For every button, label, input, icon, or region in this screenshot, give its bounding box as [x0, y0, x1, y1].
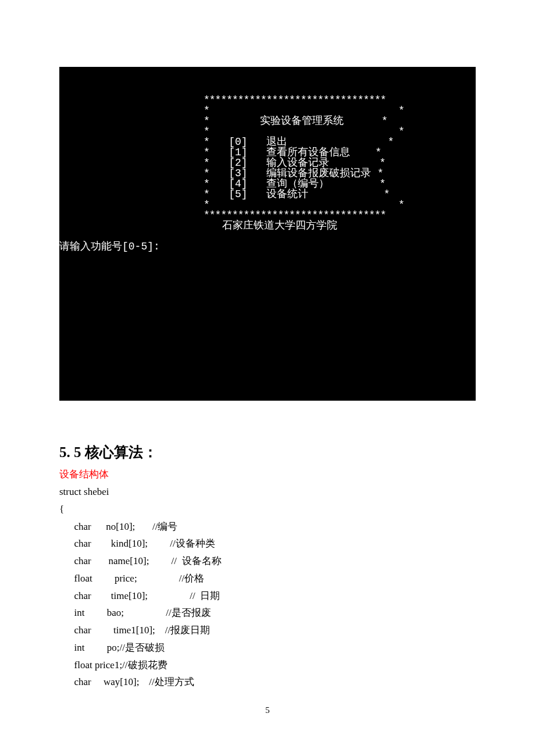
code-line-7: int bao; //是否报废: [59, 607, 211, 618]
menu-key-0: [0]: [229, 136, 247, 148]
row-title-right: *: [381, 115, 388, 127]
row4-right: *: [379, 178, 386, 190]
menu-label-1: 查看所有设备信息: [266, 147, 350, 158]
code-line-11: char way[10]; //处理方式: [59, 676, 194, 687]
menu-label-5: 设备统计: [266, 188, 308, 200]
code-block: struct shebei { char no[10]; //编号 char k…: [59, 483, 476, 691]
border-top: ********************************: [204, 94, 386, 106]
row1-left: *: [204, 147, 210, 158]
row0-left: *: [204, 136, 210, 148]
terminal-prompt: 请输入功能号[0-5]:: [59, 241, 160, 252]
row2-left: *: [204, 157, 210, 169]
row5-left: *: [204, 188, 210, 200]
row0-right: *: [388, 136, 394, 148]
menu-label-4: 查询（编号）: [266, 178, 329, 190]
code-line-2: char no[10]; //编号: [59, 521, 178, 532]
row-blank-left: *: [204, 105, 210, 116]
border-bottom: ********************************: [204, 209, 386, 221]
menu-key-2: [2]: [229, 157, 247, 169]
row2-right: *: [379, 157, 386, 169]
row1-right: *: [375, 147, 381, 158]
code-line-5: float price; //价格: [59, 573, 204, 584]
row3-right: *: [377, 167, 384, 179]
code-line-3: char kind[10]; //设备种类: [59, 538, 215, 549]
document-page: ******************************** * * * 实…: [0, 0, 535, 691]
code-line-10: float price1;//破损花费: [59, 659, 167, 671]
menu-key-4: [4]: [229, 178, 247, 190]
menu-label-3: 编辑设备报废破损记录: [266, 167, 371, 179]
code-line-0: struct shebei: [59, 486, 109, 497]
menu-key-3: [3]: [229, 167, 247, 179]
row4-left: *: [204, 178, 210, 190]
row-title-left: *: [204, 115, 210, 127]
row-blank3-right: *: [398, 199, 405, 211]
menu-title: 实验设备管理系统: [260, 115, 344, 127]
row-blank2-left: *: [204, 126, 210, 137]
menu-key-5: [5]: [229, 188, 247, 200]
code-line-4: char name[10]; // 设备名称: [59, 555, 222, 566]
row-blank-right: *: [398, 105, 405, 116]
terminal-screenshot: ******************************** * * * 实…: [59, 67, 476, 401]
row-blank2-right: *: [398, 126, 405, 137]
row-blank3-left: *: [204, 199, 210, 211]
code-line-8: char time1[10]; //报废日期: [59, 625, 210, 636]
row5-right: *: [384, 188, 390, 200]
section-heading: 5. 5 核心算法：: [59, 443, 476, 462]
menu-key-1: [1]: [229, 147, 247, 158]
terminal-footer: 石家庄铁道大学四方学院: [222, 220, 337, 231]
section-subhead: 设备结构体: [59, 468, 476, 481]
menu-label-0: 退出: [266, 136, 287, 148]
page-number: 5: [0, 705, 535, 715]
code-line-9: int po;//是否破损: [59, 642, 165, 653]
code-line-1: {: [59, 504, 64, 515]
menu-label-2: 输入设备记录: [266, 157, 329, 169]
code-line-6: char time[10]; // 日期: [59, 590, 220, 601]
menu-block: ******************************** * * * 实…: [59, 95, 476, 231]
section-core-algorithm: 5. 5 核心算法： 设备结构体 struct shebei { char no…: [59, 443, 476, 691]
row3-left: *: [204, 167, 210, 179]
